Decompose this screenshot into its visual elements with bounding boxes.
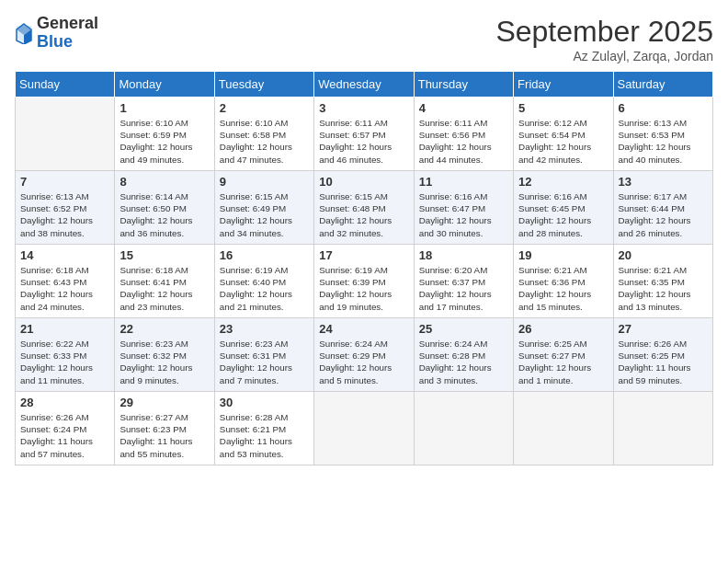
day-number: 10 [319,175,408,189]
day-info: Sunrise: 6:11 AM Sunset: 6:57 PM Dayligh… [319,117,408,166]
day-info: Sunrise: 6:28 AM Sunset: 6:21 PM Dayligh… [220,411,309,460]
location-subtitle: Az Zulayl, Zarqa, Jordan [495,49,713,63]
day-info: Sunrise: 6:15 AM Sunset: 6:49 PM Dayligh… [220,190,309,239]
day-number: 18 [419,248,508,262]
day-info: Sunrise: 6:12 AM Sunset: 6:54 PM Dayligh… [518,117,608,166]
calendar-cell: 13Sunrise: 6:17 AM Sunset: 6:44 PM Dayli… [613,171,712,245]
calendar-cell: 17Sunrise: 6:19 AM Sunset: 6:39 PM Dayli… [314,245,414,318]
day-number: 11 [419,175,508,189]
day-number: 5 [518,101,608,115]
day-info: Sunrise: 6:23 AM Sunset: 6:31 PM Dayligh… [220,338,309,386]
day-number: 24 [319,322,408,336]
day-number: 15 [119,248,209,262]
calendar-cell [414,392,513,465]
day-info: Sunrise: 6:27 AM Sunset: 6:23 PM Dayligh… [119,411,209,460]
calendar-cell [514,392,613,465]
calendar-cell: 29Sunrise: 6:27 AM Sunset: 6:23 PM Dayli… [115,392,214,465]
logo-blue: Blue [37,33,98,52]
day-number: 9 [220,175,309,189]
logo: General Blue [15,15,98,52]
calendar-cell: 25Sunrise: 6:24 AM Sunset: 6:28 PM Dayli… [414,318,513,392]
day-of-week-header: Monday [115,72,214,98]
calendar-cell: 5Sunrise: 6:12 AM Sunset: 6:54 PM Daylig… [514,98,613,171]
calendar-cell: 20Sunrise: 6:21 AM Sunset: 6:35 PM Dayli… [613,245,712,318]
logo-icon [15,22,33,44]
day-number: 1 [119,101,209,115]
day-number: 13 [619,175,708,189]
day-info: Sunrise: 6:23 AM Sunset: 6:32 PM Dayligh… [119,338,209,386]
day-info: Sunrise: 6:13 AM Sunset: 6:52 PM Dayligh… [20,190,109,239]
day-info: Sunrise: 6:21 AM Sunset: 6:35 PM Dayligh… [619,264,708,313]
day-number: 23 [220,322,309,336]
calendar-cell: 30Sunrise: 6:28 AM Sunset: 6:21 PM Dayli… [214,392,313,465]
day-info: Sunrise: 6:26 AM Sunset: 6:25 PM Dayligh… [619,338,708,386]
calendar-cell [314,392,414,465]
calendar-cell: 22Sunrise: 6:23 AM Sunset: 6:32 PM Dayli… [115,318,214,392]
calendar-cell: 3Sunrise: 6:11 AM Sunset: 6:57 PM Daylig… [314,98,414,171]
day-info: Sunrise: 6:19 AM Sunset: 6:40 PM Dayligh… [220,264,309,313]
day-info: Sunrise: 6:19 AM Sunset: 6:39 PM Dayligh… [319,264,408,313]
calendar-cell: 14Sunrise: 6:18 AM Sunset: 6:43 PM Dayli… [16,245,115,318]
calendar-cell: 16Sunrise: 6:19 AM Sunset: 6:40 PM Dayli… [214,245,313,318]
calendar-week-row: 14Sunrise: 6:18 AM Sunset: 6:43 PM Dayli… [16,245,713,318]
calendar-table: SundayMondayTuesdayWednesdayThursdayFrid… [15,71,713,465]
day-of-week-header: Saturday [613,72,712,98]
day-info: Sunrise: 6:21 AM Sunset: 6:36 PM Dayligh… [518,264,608,313]
day-number: 14 [20,248,109,262]
day-number: 8 [119,175,209,189]
calendar-week-row: 7Sunrise: 6:13 AM Sunset: 6:52 PM Daylig… [16,171,713,245]
calendar-cell: 1Sunrise: 6:10 AM Sunset: 6:59 PM Daylig… [115,98,214,171]
calendar-cell: 24Sunrise: 6:24 AM Sunset: 6:29 PM Dayli… [314,318,414,392]
calendar-week-row: 28Sunrise: 6:26 AM Sunset: 6:24 PM Dayli… [16,392,713,465]
day-number: 3 [319,101,408,115]
day-info: Sunrise: 6:22 AM Sunset: 6:33 PM Dayligh… [20,338,109,386]
day-number: 28 [20,396,109,409]
day-number: 17 [319,248,408,262]
day-info: Sunrise: 6:13 AM Sunset: 6:53 PM Dayligh… [619,117,708,166]
day-info: Sunrise: 6:25 AM Sunset: 6:27 PM Dayligh… [518,338,608,386]
day-number: 16 [220,248,309,262]
day-number: 22 [119,322,209,336]
day-info: Sunrise: 6:20 AM Sunset: 6:37 PM Dayligh… [419,264,508,313]
day-of-week-header: Tuesday [214,72,313,98]
day-number: 20 [619,248,708,262]
calendar-cell: 7Sunrise: 6:13 AM Sunset: 6:52 PM Daylig… [16,171,115,245]
calendar-week-row: 1Sunrise: 6:10 AM Sunset: 6:59 PM Daylig… [16,98,713,171]
calendar-cell: 8Sunrise: 6:14 AM Sunset: 6:50 PM Daylig… [115,171,214,245]
calendar-week-row: 21Sunrise: 6:22 AM Sunset: 6:33 PM Dayli… [16,318,713,392]
day-of-week-header: Wednesday [314,72,414,98]
day-of-week-header: Friday [514,72,613,98]
day-number: 30 [220,396,309,409]
calendar-cell [613,392,712,465]
day-info: Sunrise: 6:15 AM Sunset: 6:48 PM Dayligh… [319,190,408,239]
day-number: 27 [619,322,708,336]
day-number: 7 [20,175,109,189]
calendar-cell: 2Sunrise: 6:10 AM Sunset: 6:58 PM Daylig… [214,98,313,171]
day-number: 12 [518,175,608,189]
calendar-cell: 18Sunrise: 6:20 AM Sunset: 6:37 PM Dayli… [414,245,513,318]
calendar-cell: 23Sunrise: 6:23 AM Sunset: 6:31 PM Dayli… [214,318,313,392]
day-info: Sunrise: 6:18 AM Sunset: 6:41 PM Dayligh… [119,264,209,313]
calendar-cell: 6Sunrise: 6:13 AM Sunset: 6:53 PM Daylig… [613,98,712,171]
page-header: General Blue September 2025 Az Zulayl, Z… [15,15,713,63]
title-block: September 2025 Az Zulayl, Zarqa, Jordan [495,15,713,63]
day-info: Sunrise: 6:26 AM Sunset: 6:24 PM Dayligh… [20,411,109,460]
calendar-cell: 15Sunrise: 6:18 AM Sunset: 6:41 PM Dayli… [115,245,214,318]
calendar-header-row: SundayMondayTuesdayWednesdayThursdayFrid… [16,72,713,98]
day-number: 2 [220,101,309,115]
logo-general: General [37,15,98,33]
day-info: Sunrise: 6:24 AM Sunset: 6:28 PM Dayligh… [419,338,508,386]
day-number: 4 [419,101,508,115]
calendar-cell [16,98,115,171]
day-info: Sunrise: 6:14 AM Sunset: 6:50 PM Dayligh… [119,190,209,239]
day-info: Sunrise: 6:10 AM Sunset: 6:59 PM Dayligh… [119,117,209,166]
day-info: Sunrise: 6:16 AM Sunset: 6:47 PM Dayligh… [419,190,508,239]
calendar-cell: 12Sunrise: 6:16 AM Sunset: 6:45 PM Dayli… [514,171,613,245]
calendar-cell: 21Sunrise: 6:22 AM Sunset: 6:33 PM Dayli… [16,318,115,392]
calendar-cell: 26Sunrise: 6:25 AM Sunset: 6:27 PM Dayli… [514,318,613,392]
logo-text: General Blue [37,15,98,52]
day-number: 6 [619,101,708,115]
day-info: Sunrise: 6:24 AM Sunset: 6:29 PM Dayligh… [319,338,408,386]
month-title: September 2025 [495,15,713,49]
day-number: 25 [419,322,508,336]
